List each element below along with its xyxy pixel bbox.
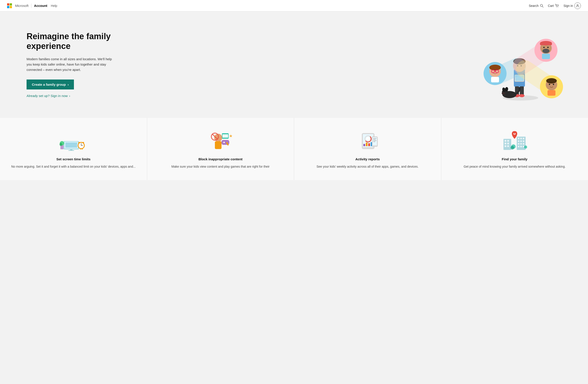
signin-link-label: Already set up? Sign in now <box>26 94 68 98</box>
block-content-icon <box>206 129 235 151</box>
svg-rect-77 <box>368 143 370 146</box>
microsoft-logo <box>7 3 12 8</box>
signin-link-arrow: › <box>69 94 70 98</box>
svg-rect-104 <box>523 146 524 147</box>
svg-point-41 <box>553 84 554 85</box>
svg-rect-57 <box>80 149 81 150</box>
svg-rect-75 <box>363 144 365 146</box>
svg-rect-82 <box>373 139 376 140</box>
svg-point-74 <box>366 137 370 141</box>
svg-point-3 <box>558 7 558 7</box>
svg-rect-102 <box>518 146 519 147</box>
activity-description: See your kids' weekly activity across al… <box>302 164 433 169</box>
screen-time-icon-wrapper <box>8 129 139 151</box>
svg-rect-89 <box>507 143 509 144</box>
help-link[interactable]: Help <box>51 4 57 7</box>
svg-rect-14 <box>520 86 524 95</box>
svg-point-110 <box>514 133 515 134</box>
svg-rect-86 <box>504 140 506 142</box>
block-content-title: Block inappropriate content <box>155 157 286 161</box>
activity-title: Activity reports <box>302 157 433 161</box>
svg-point-107 <box>524 145 527 149</box>
svg-line-1 <box>542 6 543 7</box>
svg-rect-97 <box>520 140 522 142</box>
cta-arrow: › <box>67 83 69 86</box>
screen-time-title: Set screen time limits <box>8 157 139 161</box>
header-nav: Search Cart Sign in <box>529 2 581 9</box>
svg-rect-47 <box>65 142 77 148</box>
svg-rect-87 <box>507 140 509 142</box>
svg-rect-90 <box>504 145 506 147</box>
header-account-title: Account <box>34 4 47 7</box>
svg-rect-42 <box>547 90 555 96</box>
screen-time-description: No more arguing. Set it and forget it wi… <box>8 164 139 169</box>
logo-area: Microsoft <box>7 3 29 8</box>
svg-rect-99 <box>518 143 519 145</box>
logo-yellow <box>10 6 12 8</box>
svg-rect-58 <box>82 149 83 150</box>
feature-card-block-content: Block inappropriate content Make sure yo… <box>147 118 294 180</box>
svg-rect-94 <box>520 138 522 139</box>
svg-rect-103 <box>520 146 522 147</box>
logo-green <box>10 3 12 5</box>
features-section: Set screen time limits No more arguing. … <box>0 118 588 180</box>
hero-description: Modern families come in all sizes and lo… <box>26 56 115 72</box>
screen-time-icon <box>59 129 88 151</box>
user-avatar-icon <box>574 2 581 9</box>
svg-rect-32 <box>540 43 552 45</box>
svg-point-16 <box>519 94 525 97</box>
svg-point-39 <box>546 78 557 84</box>
svg-point-35 <box>547 47 549 48</box>
svg-rect-100 <box>520 143 522 145</box>
header-divider <box>31 3 31 8</box>
svg-point-2 <box>556 7 557 7</box>
svg-point-34 <box>543 47 545 48</box>
find-family-icon-wrapper <box>449 129 580 151</box>
find-family-description: Get peace of mind knowing your family ar… <box>449 164 580 169</box>
svg-point-65 <box>223 142 224 143</box>
signin-link[interactable]: Sign in <box>564 2 581 9</box>
search-icon <box>540 4 544 7</box>
find-family-icon <box>500 129 529 151</box>
cta-label: Create a family group <box>32 83 66 86</box>
search-link[interactable]: Search <box>529 4 543 7</box>
block-content-description: Make sure your kids view content and pla… <box>155 164 286 169</box>
svg-rect-36 <box>542 54 550 59</box>
svg-rect-93 <box>518 138 519 139</box>
feature-card-find-family: Find your family Get peace of mind knowi… <box>441 118 588 180</box>
svg-rect-101 <box>523 143 524 145</box>
user-icon <box>576 4 579 7</box>
signin-label: Sign in <box>564 4 573 7</box>
svg-marker-69 <box>229 135 232 137</box>
cart-link[interactable]: Cart <box>548 4 559 7</box>
svg-rect-76 <box>366 143 368 146</box>
activity-icon <box>353 129 382 151</box>
svg-rect-98 <box>523 140 524 142</box>
block-content-icon-wrapper <box>155 129 286 151</box>
hero-title: Reimagine the family experience <box>26 32 133 51</box>
svg-point-19 <box>502 92 505 94</box>
cart-icon <box>555 4 559 7</box>
already-setup-link[interactable]: Already set up? Sign in now › <box>26 94 133 98</box>
feature-card-activity: Activity reports See your kids' weekly a… <box>294 118 441 180</box>
search-label: Search <box>529 4 538 7</box>
cart-label: Cart <box>548 4 554 7</box>
hero-content: Reimagine the family experience Modern f… <box>26 32 133 97</box>
create-family-group-button[interactable]: Create a family group › <box>26 80 74 90</box>
svg-point-33 <box>542 49 549 53</box>
hero-illustration <box>473 25 570 105</box>
svg-point-50 <box>60 143 62 146</box>
svg-rect-84 <box>373 141 375 142</box>
svg-rect-28 <box>491 77 499 82</box>
activity-icon-wrapper <box>302 129 433 151</box>
logo-blue <box>7 6 9 8</box>
logo-red <box>7 3 9 5</box>
site-header: Microsoft Account Help Search Cart Sign … <box>0 0 588 12</box>
svg-rect-88 <box>504 143 506 144</box>
svg-point-56 <box>82 142 84 143</box>
svg-point-55 <box>78 142 80 143</box>
svg-rect-67 <box>222 134 228 138</box>
svg-point-24 <box>489 65 501 70</box>
feature-card-screen-time: Set screen time limits No more arguing. … <box>0 118 147 180</box>
svg-point-106 <box>510 146 514 150</box>
